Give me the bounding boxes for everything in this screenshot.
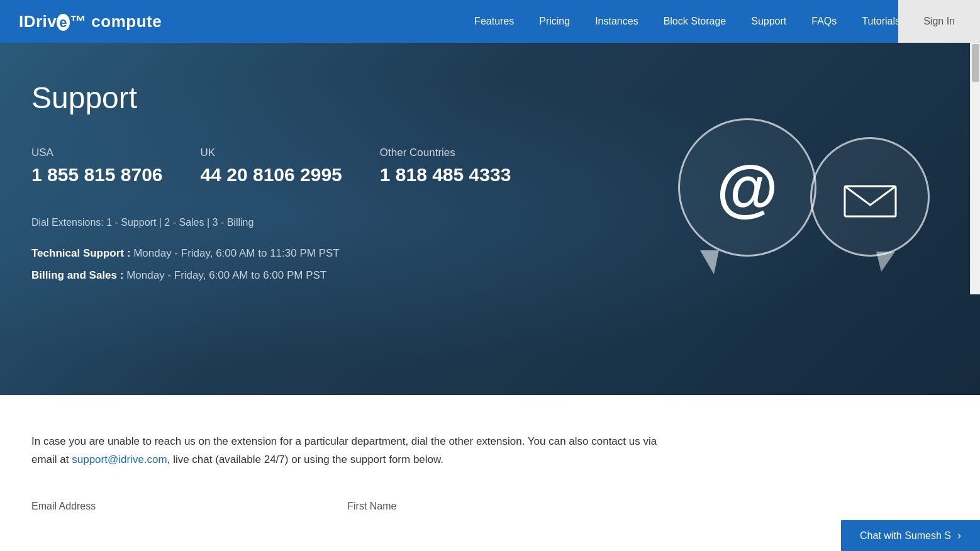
form-labels: Email Address First Name — [31, 501, 949, 512]
envelope-bubble — [810, 137, 930, 257]
nav-item-tutorials[interactable]: Tutorials — [862, 16, 900, 26]
info-text-after: , live chat (available 24/7) or using th… — [167, 454, 443, 465]
first-name-label: First Name — [347, 501, 396, 512]
other-label: Other Countries — [380, 147, 511, 159]
logo-text: IDrive™ compute — [19, 12, 162, 31]
email-address-label: Email Address — [31, 501, 96, 512]
usa-label: USA — [31, 147, 163, 159]
navbar: IDrive™ compute Features Pricing Instanc… — [0, 0, 980, 43]
at-bubble-tail — [700, 250, 719, 274]
scrollbar-thumb[interactable] — [972, 44, 979, 82]
other-contact: Other Countries 1 818 485 4333 — [380, 147, 511, 186]
billing-label: Billing and Sales : — [31, 269, 123, 281]
technical-support-time: Monday - Friday, 6:00 AM to 11:30 PM PST — [133, 247, 340, 259]
chat-widget[interactable]: Chat with Sumesh S › — [841, 520, 980, 537]
nav-item-pricing[interactable]: Pricing — [539, 16, 570, 26]
envelope-bubble-tail — [876, 252, 895, 272]
uk-label: UK — [201, 147, 342, 159]
nav-links: Features Pricing Instances Block Storage… — [474, 16, 900, 27]
envelope-icon — [844, 177, 897, 218]
support-email-link[interactable]: support@idrive.com — [72, 454, 167, 465]
technical-support-label: Technical Support : — [31, 247, 130, 259]
icons-wrapper: @ — [678, 118, 930, 307]
nav-item-faqs[interactable]: FAQs — [811, 16, 837, 26]
chat-label: Chat with Sumesh S — [860, 530, 951, 537]
usa-contact: USA 1 855 815 8706 — [31, 147, 163, 186]
info-text: In case you are unable to reach us on th… — [31, 433, 673, 469]
at-symbol: @ — [716, 152, 778, 224]
usa-phone: 1 855 815 8706 — [31, 164, 163, 186]
signin-button[interactable]: Sign In — [898, 0, 980, 43]
hero-icons: @ — [678, 118, 930, 307]
uk-contact: UK 44 20 8106 2995 — [201, 147, 342, 186]
hero-section: Support USA 1 855 815 8706 UK 44 20 8106… — [0, 43, 980, 395]
scrollbar-area[interactable] — [970, 43, 980, 294]
nav-item-instances[interactable]: Instances — [595, 16, 638, 26]
page-title: Support — [31, 81, 949, 115]
nav-item-block-storage[interactable]: Block Storage — [664, 16, 727, 26]
logo[interactable]: IDrive™ compute — [19, 12, 162, 31]
nav-item-support[interactable]: Support — [751, 16, 786, 26]
other-phone: 1 818 485 4333 — [380, 164, 511, 186]
chat-arrow-icon: › — [957, 529, 961, 537]
white-section: In case you are unable to reach us on th… — [0, 395, 980, 537]
uk-phone: 44 20 8106 2995 — [201, 164, 342, 186]
at-bubble: @ — [678, 118, 816, 257]
nav-item-features[interactable]: Features — [474, 16, 514, 26]
billing-time-value: Monday - Friday, 6:00 AM to 6:00 PM PST — [126, 269, 326, 281]
